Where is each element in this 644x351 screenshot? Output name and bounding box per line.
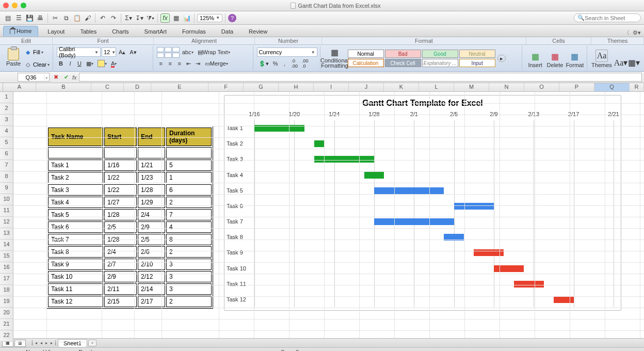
row-header-12[interactable]: 12 <box>0 217 13 228</box>
column-header-E[interactable]: E <box>151 83 208 91</box>
row-header-21[interactable]: 21 <box>0 319 13 330</box>
collapse-ribbon-icon[interactable]: 〈 <box>624 29 630 37</box>
row-header-2[interactable]: 2 <box>0 103 13 115</box>
chart-icon[interactable]: 📊 <box>182 13 191 23</box>
tab-formulas[interactable]: Formulas <box>176 27 212 37</box>
column-header-I[interactable]: I <box>314 83 349 91</box>
header-start[interactable]: Start <box>104 127 137 146</box>
fill-icon[interactable]: ◆ <box>24 48 32 56</box>
cell[interactable]: 2 <box>166 197 212 208</box>
open-file-icon[interactable]: ☰ <box>14 13 23 23</box>
cancel-formula-icon[interactable]: ✖ <box>52 73 60 82</box>
name-box[interactable]: Q36⌄ <box>18 73 50 82</box>
format-cells-button[interactable]: ▦Format <box>566 46 584 68</box>
table-row[interactable]: Task 11/161/215 <box>48 159 212 171</box>
column-header-G[interactable]: G <box>244 83 279 91</box>
column-headers[interactable]: ABCDEFGHIJKLMNOPQR <box>0 83 644 92</box>
themes-button[interactable]: AaThemes <box>591 46 613 68</box>
fx-icon[interactable]: fx <box>72 74 77 81</box>
cell[interactable]: Task 12 <box>48 296 103 307</box>
table-row[interactable]: Task 62/52/94 <box>48 221 212 233</box>
tab-home[interactable]: Home <box>3 26 38 37</box>
column-header-N[interactable]: N <box>489 83 524 91</box>
gantt-bar[interactable] <box>494 265 524 272</box>
delete-cells-button[interactable]: ▦Delete <box>545 46 564 68</box>
cell[interactable]: 1/27 <box>104 197 137 208</box>
cell[interactable]: 3 <box>166 271 212 282</box>
cell[interactable]: 1 <box>166 172 212 183</box>
increase-indent-icon[interactable]: ⇥ <box>194 59 202 68</box>
tab-tables[interactable]: Tables <box>74 27 103 37</box>
cell[interactable]: Task 9 <box>48 259 103 270</box>
cells-area[interactable]: Task Name Start End Duration (days) Task… <box>13 92 644 338</box>
theme-colors-button[interactable]: ▦▾ <box>629 46 639 68</box>
cell[interactable]: 2/7 <box>104 259 137 270</box>
cell[interactable]: 4 <box>166 221 212 233</box>
new-file-icon[interactable]: ▤ <box>3 13 12 23</box>
cell[interactable]: Task 5 <box>48 209 103 220</box>
row-header-16[interactable]: 16 <box>0 262 13 274</box>
cell[interactable]: 5 <box>166 159 212 171</box>
conditional-formatting-button[interactable]: ▦Conditional Formatting <box>324 46 346 68</box>
column-header-L[interactable]: L <box>419 83 454 91</box>
row-header-5[interactable]: 5 <box>0 137 13 149</box>
style-bad[interactable]: Bad <box>385 50 421 58</box>
italic-button[interactable]: I <box>66 59 74 68</box>
column-header-F[interactable]: F <box>208 83 244 91</box>
border-button[interactable]: ▦▾ <box>85 59 95 68</box>
table-row[interactable]: Task 51/282/47 <box>48 209 212 220</box>
search-box[interactable]: 🔍 <box>574 13 641 22</box>
alignment-grid[interactable] <box>157 47 180 58</box>
zoom-control[interactable]: 125%▼ <box>197 14 222 22</box>
cell[interactable]: 1/22 <box>104 172 137 183</box>
autosum-icon[interactable]: Σ▾ <box>124 13 133 23</box>
cut-icon[interactable]: ✂ <box>51 13 60 23</box>
comma-button[interactable]: , <box>281 59 289 68</box>
gantt-bar[interactable] <box>374 218 454 225</box>
row-header-9[interactable]: 9 <box>0 183 13 194</box>
row-header-20[interactable]: 20 <box>0 308 13 319</box>
redo-icon[interactable]: ↷ <box>109 13 118 23</box>
number-format-select[interactable]: Currency▼ <box>257 47 317 57</box>
table-row[interactable]: Task 122/152/172 <box>48 296 212 307</box>
close-window-button[interactable] <box>3 3 9 8</box>
row-header-6[interactable]: 6 <box>0 149 13 160</box>
cell[interactable]: 2/9 <box>104 271 137 282</box>
table-row[interactable]: Task 92/72/103 <box>48 259 212 270</box>
row-headers[interactable]: 12345678910111213141516171819202122 <box>0 92 13 342</box>
table-row[interactable]: Task 82/42/62 <box>48 246 212 258</box>
column-header-D[interactable]: D <box>124 83 151 91</box>
row-header-7[interactable]: 7 <box>0 160 13 171</box>
cell[interactable]: 2 <box>166 246 212 258</box>
decrease-indent-icon[interactable]: ⇤ <box>185 59 193 68</box>
worksheet[interactable]: ABCDEFGHIJKLMNOPQR 123456789101112131415… <box>0 83 644 338</box>
add-sheet-button[interactable]: ＋ <box>88 340 96 346</box>
row-header-4[interactable]: 4 <box>0 126 13 137</box>
cell[interactable]: Task 10 <box>48 271 103 282</box>
insert-cells-button[interactable]: ▦Insert <box>526 46 544 68</box>
style-normal[interactable]: Normal <box>348 50 384 58</box>
cell[interactable]: Task 1 <box>48 159 103 171</box>
cell[interactable]: Task 8 <box>48 246 103 258</box>
ribbon-settings-icon[interactable]: ⚙▾ <box>633 29 641 36</box>
increase-decimal-icon[interactable]: .0.00 <box>290 59 300 68</box>
format-painter-icon[interactable]: 🖌 <box>83 13 92 23</box>
fx-toggle-icon[interactable]: fx <box>160 13 170 23</box>
row-header-17[interactable]: 17 <box>0 274 13 285</box>
row-header-22[interactable]: 22 <box>0 330 13 342</box>
column-header-J[interactable]: J <box>349 83 384 91</box>
tab-data[interactable]: Data <box>215 27 239 37</box>
underline-button[interactable]: U <box>75 59 84 68</box>
row-header-18[interactable]: 18 <box>0 285 13 296</box>
increase-font-icon[interactable]: A▴ <box>117 48 127 56</box>
row-header-15[interactable]: 15 <box>0 251 13 262</box>
gantt-bar[interactable] <box>514 281 544 288</box>
cell[interactable]: 3 <box>166 259 212 270</box>
copy-icon[interactable]: ⧉ <box>61 13 71 23</box>
font-color-button[interactable]: A▾ <box>109 59 118 68</box>
column-header-A[interactable]: A <box>3 83 36 91</box>
style-input[interactable]: Input <box>459 59 495 67</box>
style-neutral[interactable]: Neutral <box>459 50 495 58</box>
accept-formula-icon[interactable]: ✔ <box>62 73 70 82</box>
formula-input[interactable] <box>79 73 642 82</box>
